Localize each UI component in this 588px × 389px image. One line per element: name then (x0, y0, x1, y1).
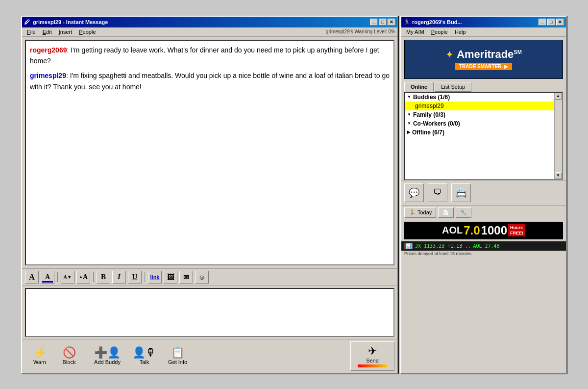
font-color-btn[interactable]: A (41, 271, 54, 284)
get-info-btn[interactable]: 📋 Get Info (162, 345, 193, 367)
bottom-toolbar: ⚡ Warn 🚫 Block ➕👤 Add Buddy 👤🎙 Talk (22, 339, 397, 373)
im-title-text: grimespl29 - Instant Message (33, 19, 108, 25)
ad-tagline: TRADE SMARTER. ▶ (455, 63, 512, 70)
buddy-menu-myaim[interactable]: My AIM (403, 28, 427, 35)
buddy-title-text: rogerg2069's Bud... (412, 19, 462, 25)
bold-btn[interactable]: B (97, 271, 110, 284)
warn-label: Warn (33, 359, 46, 365)
warn-icon: ⚡ (33, 347, 47, 358)
ad-symbol: ✦ (445, 49, 454, 60)
send-btn[interactable]: ✈ Send (350, 341, 394, 371)
today-icon: 🏃 (409, 209, 416, 216)
add-buddy-icon: ➕👤 (94, 347, 121, 358)
buddy-title-icon: 🏃 (403, 19, 410, 26)
chat-action-btn[interactable]: 🗨 (428, 183, 447, 202)
scroll-up-btn[interactable]: ▲ (555, 93, 562, 100)
group-coworkers-label: Co-Workers (0/0) (413, 120, 460, 127)
bottom-sep-1 (86, 344, 86, 368)
expand-coworkers-icon: ▼ (407, 121, 411, 126)
menu-insert[interactable]: Insert (56, 28, 75, 35)
buddy-minimize-btn[interactable]: _ (539, 19, 546, 26)
toolbar-sep-1 (57, 272, 58, 282)
chat-message-2: grimespl29: I'm fixing spaghetti and mea… (30, 70, 390, 92)
scroll-down-btn[interactable]: ▼ (555, 172, 562, 179)
menu-file[interactable]: File (24, 28, 39, 35)
menu-edit[interactable]: Edit (40, 28, 55, 35)
block-btn[interactable]: 🚫 Block (54, 345, 84, 367)
buddy-grimespl29[interactable]: grimespl29 (405, 102, 554, 110)
tab-list-setup[interactable]: List Setup (435, 82, 471, 92)
buddy-list-scrollbar[interactable]: ▲ ▼ (554, 93, 562, 179)
expand-offline-icon: ▶ (407, 130, 410, 134)
chat-message-1: rogerg2069: I'm getting ready to leave w… (30, 45, 390, 67)
im-action-btn[interactable]: 💬 (404, 183, 424, 202)
buddy-menu-people[interactable]: People (428, 28, 451, 35)
message-input[interactable] (25, 288, 394, 337)
aol-version: 7.0 (464, 224, 480, 237)
chat-sender-2: grimespl29 (30, 72, 66, 79)
today-btn[interactable]: 🏃 Today (404, 207, 436, 218)
talk-icon: 👤🎙 (132, 347, 156, 358)
group-offline[interactable]: ▶ Offline (6/7) (405, 128, 554, 137)
group-buddies-label: Buddies (1/6) (413, 94, 450, 101)
ticker-jx: JX 1133.23 +1.13 .. (415, 243, 471, 249)
link-btn[interactable]: link (148, 271, 162, 284)
add-buddy-btn[interactable]: ➕👤 Add Buddy (88, 345, 126, 367)
talk-btn[interactable]: 👤🎙 Talk (126, 345, 162, 367)
news-btn[interactable]: 📄 (438, 207, 454, 218)
im-minimize-btn[interactable]: _ (370, 19, 378, 26)
format-toolbar: A A A▼ ▲A B I U link 🖼 ✉ ☺ (22, 268, 397, 286)
group-coworkers[interactable]: ▼ Co-Workers (0/0) (405, 119, 554, 128)
group-buddies[interactable]: ▼ Buddies (1/6) (405, 93, 554, 102)
block-icon: 🚫 (63, 347, 76, 358)
chat-text-1: : I'm getting ready to leave work. What'… (30, 46, 379, 65)
image-btn[interactable]: 🖼 (164, 271, 177, 284)
font-size-down-btn[interactable]: A▼ (61, 271, 74, 284)
im-close-btn[interactable]: ✕ (388, 19, 395, 26)
expand-buddies-icon: ▼ (407, 95, 411, 99)
aol-hours: HoursFREE! (508, 224, 525, 237)
send-meter (358, 364, 387, 367)
settings-btn[interactable]: 🔧 (456, 207, 471, 218)
warn-btn[interactable]: ⚡ Warn (25, 345, 54, 367)
chat-sender-1: rogerg2069 (30, 46, 67, 54)
im-maximize-btn[interactable]: □ (379, 19, 387, 26)
info-action-btn[interactable]: 📇 (451, 183, 471, 202)
buddy-list-window: 🏃 rogerg2069's Bud... _ □ ✕ My AIM Peopl… (400, 16, 567, 374)
email-btn[interactable]: ✉ (179, 271, 193, 284)
buddy-menu-help[interactable]: Help (452, 28, 469, 35)
aol-count: 1000 (481, 224, 507, 237)
im-title-icon: 🖊 (24, 19, 31, 26)
im-window: 🖊 grimespl29 - Instant Message _ □ ✕ Fil… (21, 16, 398, 374)
aol-banner[interactable]: AOL 7.0 1000 HoursFREE! (404, 222, 563, 239)
news-icon: 📄 (442, 209, 449, 216)
chat-display: rogerg2069: I'm getting ready to leave w… (25, 40, 394, 265)
buddy-list-wrap: ▼ Buddies (1/6) grimespl29 ▼ Family (0/3… (404, 92, 563, 180)
send-label: Send (366, 358, 379, 363)
im-menu-bar: File Edit Insert People grimespl29's War… (22, 27, 397, 37)
send-icon: ✈ (368, 345, 377, 358)
buddy-list: ▼ Buddies (1/6) grimespl29 ▼ Family (0/3… (405, 93, 554, 179)
font-btn[interactable]: A (25, 271, 39, 284)
buddy-title-bar: 🏃 rogerg2069's Bud... _ □ ✕ (401, 17, 566, 27)
buddy-close-btn[interactable]: ✕ (556, 19, 564, 26)
get-info-label: Get Info (168, 359, 187, 365)
buddy-menu-bar: My AIM People Help (401, 27, 566, 37)
group-offline-label: Offline (6/7) (412, 129, 444, 136)
warning-level: grimespl29's Warning Level: 0% (326, 29, 395, 34)
buddy-action-icons: 💬 🗨 📇 (401, 180, 566, 205)
group-family[interactable]: ▼ Family (0/3) (405, 110, 554, 119)
tab-online[interactable]: Online (404, 82, 434, 92)
menu-people[interactable]: People (76, 28, 98, 35)
group-family-label: Family (0/3) (413, 111, 445, 118)
underline-btn[interactable]: U (128, 271, 142, 284)
ad-banner[interactable]: ✦ AmeritradeSM TRADE SMARTER. ▶ (404, 40, 563, 79)
font-size-up-btn[interactable]: ▲A (76, 271, 90, 284)
add-buddy-label: Add Buddy (94, 359, 121, 365)
ticker-aol: AOL 27.48 (473, 243, 499, 249)
delayed-notice: Prices delayed at least 15 minutes. (401, 251, 566, 257)
buddy-maximize-btn[interactable]: □ (547, 19, 555, 26)
emoji-btn[interactable]: ☺ (195, 271, 209, 284)
italic-btn[interactable]: I (112, 271, 126, 284)
ad-brand: AmeritradeSM (457, 48, 522, 61)
